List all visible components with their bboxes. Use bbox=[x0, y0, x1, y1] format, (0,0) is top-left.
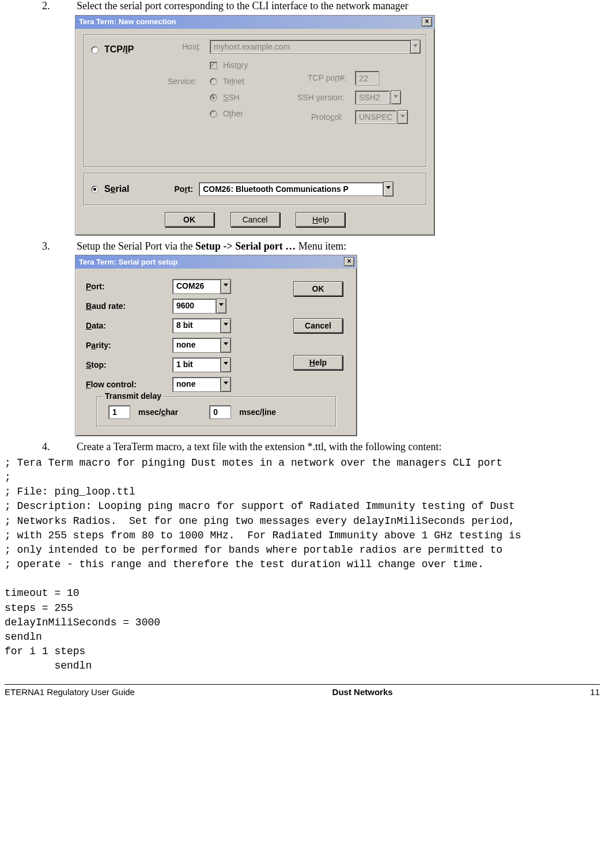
help-button[interactable]: Help bbox=[293, 355, 343, 370]
ssh-radio-row: SSH bbox=[210, 93, 240, 102]
port-select[interactable]: COM26 bbox=[172, 279, 231, 294]
port-label: Port: bbox=[174, 184, 193, 194]
transmit-delay-group: Transmit delay 1 msec/char 0 msec/line bbox=[96, 397, 336, 427]
radio-icon bbox=[91, 186, 99, 193]
radio-icon bbox=[210, 78, 217, 85]
sshversion-label: SSH version: bbox=[297, 93, 345, 102]
telnet-radio-row: Telnet bbox=[210, 77, 244, 86]
parity-label: Parity: bbox=[86, 341, 172, 350]
stop-select[interactable]: 1 bit bbox=[172, 357, 231, 372]
ok-button[interactable]: OK bbox=[165, 212, 214, 227]
footer-left: ETERNA1 Regulatory User Guide bbox=[5, 687, 135, 697]
history-checkbox-row: History bbox=[210, 61, 248, 70]
dropdown-icon[interactable] bbox=[221, 279, 231, 294]
other-radio-row: Other bbox=[210, 109, 243, 118]
help-button[interactable]: Help bbox=[296, 212, 345, 227]
tcpip-radio-row[interactable]: TCP/IP bbox=[91, 44, 134, 55]
dropdown-icon bbox=[410, 40, 421, 54]
step-number: 3. bbox=[59, 240, 77, 253]
host-label: Host: bbox=[182, 42, 201, 51]
data-label: Data: bbox=[86, 321, 172, 330]
footer-page-number: 11 bbox=[590, 687, 600, 697]
tcpport-input: 22 bbox=[355, 71, 379, 85]
flow-select[interactable]: none bbox=[172, 377, 231, 392]
baud-label: Baud rate: bbox=[86, 301, 172, 311]
port-select[interactable]: COM26: Bluetooth Communications P bbox=[199, 182, 383, 196]
ok-button[interactable]: OK bbox=[293, 281, 343, 296]
history-label: History bbox=[223, 61, 248, 70]
dropdown-icon[interactable] bbox=[221, 377, 231, 392]
teraterm-new-connection-dialog: Tera Term: New connection × TCP/IP Host:… bbox=[75, 15, 435, 236]
tcpport-label: TCP port#: bbox=[308, 73, 346, 82]
parity-select[interactable]: none bbox=[172, 338, 231, 353]
ssh-label: SSH bbox=[223, 93, 240, 102]
tcpip-radio-label: TCP/IP bbox=[104, 44, 134, 54]
other-label: Other bbox=[223, 109, 243, 118]
cancel-button[interactable]: Cancel bbox=[293, 318, 343, 333]
host-input: myhost.example.com bbox=[210, 40, 410, 54]
radio-icon bbox=[91, 46, 99, 54]
macro-code: ; Tera Term macro for pinging Dust motes… bbox=[5, 456, 604, 674]
msec-line-input[interactable]: 0 bbox=[209, 405, 231, 419]
serial-radio-row[interactable]: Serial bbox=[91, 184, 129, 194]
step-number: 2. bbox=[59, 0, 77, 13]
step-number: 4. bbox=[59, 441, 77, 454]
dropdown-icon bbox=[391, 90, 401, 104]
dropdown-icon[interactable] bbox=[221, 338, 231, 353]
checkbox-icon bbox=[210, 62, 217, 69]
step-3: 3.Setup the Serial Port via the Setup ->… bbox=[59, 240, 604, 253]
stop-label: Stop: bbox=[86, 360, 172, 369]
dialog-titlebar: Tera Term: Serial port setup × bbox=[75, 255, 357, 269]
step-text: Setup the Serial Port via the Setup -> S… bbox=[77, 240, 346, 252]
step-4: 4.Create a TeraTerm macro, a text file w… bbox=[59, 441, 604, 454]
transmit-delay-label: Transmit delay bbox=[103, 391, 164, 401]
dialog-titlebar: Tera Term: New connection × bbox=[75, 16, 434, 29]
msec-char-label: msec/char bbox=[138, 407, 178, 417]
flow-label: Flow control: bbox=[86, 380, 172, 389]
close-icon[interactable]: × bbox=[344, 257, 354, 266]
service-label: Service: bbox=[168, 77, 197, 86]
dropdown-icon[interactable] bbox=[216, 299, 226, 314]
dropdown-icon[interactable] bbox=[221, 318, 231, 333]
baud-select[interactable]: 9600 bbox=[172, 299, 226, 314]
radio-icon bbox=[210, 94, 217, 101]
radio-icon bbox=[210, 110, 217, 118]
dropdown-icon bbox=[398, 110, 408, 124]
dropdown-icon[interactable] bbox=[383, 182, 394, 197]
protocol-label: Protocol: bbox=[311, 112, 343, 122]
port-label: Port: bbox=[86, 282, 172, 291]
telnet-label: Telnet bbox=[223, 77, 244, 86]
dropdown-icon[interactable] bbox=[221, 357, 231, 372]
cancel-button[interactable]: Cancel bbox=[230, 212, 280, 227]
step-text: Create a TeraTerm macro, a text file wit… bbox=[77, 441, 441, 452]
sshversion-select: SSH2 bbox=[355, 90, 389, 104]
footer-center: Dust Networks bbox=[332, 687, 393, 697]
teraterm-serial-setup-dialog: Tera Term: Serial port setup × Port: COM… bbox=[75, 255, 357, 436]
data-select[interactable]: 8 bit bbox=[172, 318, 231, 333]
close-icon[interactable]: × bbox=[422, 17, 432, 27]
step-text: Select the serial port corresponding to … bbox=[77, 0, 408, 12]
msec-line-label: msec/line bbox=[239, 407, 276, 417]
step-2: 2.Select the serial port corresponding t… bbox=[59, 0, 604, 13]
protocol-select: UNSPEC bbox=[355, 110, 396, 124]
dialog-title: Tera Term: New connection bbox=[79, 17, 176, 26]
serial-label: Serial bbox=[104, 184, 130, 194]
msec-char-input[interactable]: 1 bbox=[108, 405, 130, 419]
dialog-title: Tera Term: Serial port setup bbox=[79, 258, 177, 266]
page-footer: ETERNA1 Regulatory User Guide Dust Netwo… bbox=[5, 684, 600, 703]
